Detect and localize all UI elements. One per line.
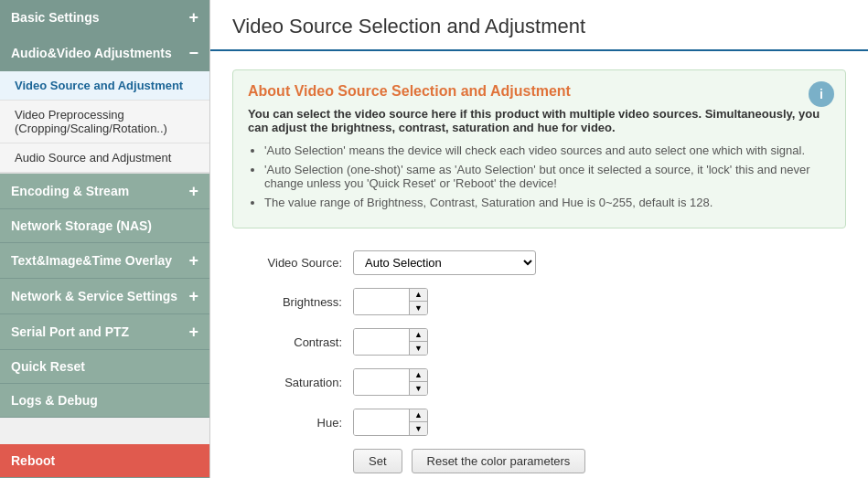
sidebar-label-quick-reset: Quick Reset <box>11 359 85 374</box>
sidebar-subitem-video-preprocessing[interactable]: Video Preprocessing (Cropping/Scaling/Ro… <box>0 101 209 143</box>
video-source-row: Video Source: Auto Selection Auto Select… <box>232 250 846 275</box>
main-body: i About Video Source Selection and Adjus… <box>210 51 868 478</box>
brightness-label: Brightness: <box>232 295 342 309</box>
sidebar-subitem-audio-source[interactable]: Audio Source and Adjustment <box>0 143 209 173</box>
sidebar-item-network-service[interactable]: Network & Service Settings + <box>0 279 209 314</box>
contrast-row: Contrast: 128 ▲ ▼ <box>232 328 846 356</box>
contrast-down-button[interactable]: ▼ <box>410 342 427 355</box>
hue-up-button[interactable]: ▲ <box>410 409 427 422</box>
plus-icon-text-image: + <box>188 252 198 269</box>
info-heading: About Video Source Selection and Adjustm… <box>248 83 830 100</box>
hue-input[interactable]: 128 <box>354 409 409 435</box>
page-title: Video Source Selection and Adjustment <box>232 15 846 38</box>
settings-form: Video Source: Auto Selection Auto Select… <box>232 250 846 473</box>
brightness-row: Brightness: 128 ▲ ▼ <box>232 288 846 315</box>
reset-color-button[interactable]: Reset the color parameters <box>412 449 586 473</box>
sidebar-subitem-video-source[interactable]: Video Source and Adjustment <box>0 71 209 101</box>
video-source-select[interactable]: Auto Selection Auto Selection (one-shot)… <box>353 250 536 275</box>
sidebar-label-encoding: Encoding & Stream <box>11 184 129 198</box>
sidebar-submenu-audio-video: Video Source and Adjustment Video Prepro… <box>0 71 209 174</box>
form-buttons: Set Reset the color parameters <box>232 449 846 473</box>
info-intro: You can select the video source here if … <box>248 107 830 134</box>
brightness-input[interactable]: 128 <box>354 289 409 314</box>
brightness-up-button[interactable]: ▲ <box>410 289 427 302</box>
sidebar-item-serial-port[interactable]: Serial Port and PTZ + <box>0 314 209 350</box>
hue-label: Hue: <box>232 416 342 430</box>
plus-icon-encoding: + <box>188 183 198 199</box>
main-content: Video Source Selection and Adjustment i … <box>210 0 868 478</box>
hue-row: Hue: 128 ▲ ▼ <box>232 409 846 436</box>
sidebar-item-text-image-time[interactable]: Text&Image&Time Overlay + <box>0 243 209 279</box>
saturation-down-button[interactable]: ▼ <box>410 382 427 395</box>
hue-down-button[interactable]: ▼ <box>410 422 427 435</box>
contrast-input[interactable]: 128 <box>354 329 409 355</box>
info-bullet-1: 'Auto Selection' means the device will c… <box>264 143 830 157</box>
hue-spinbox: 128 ▲ ▼ <box>353 409 428 436</box>
saturation-spin-buttons: ▲ ▼ <box>409 369 427 395</box>
page-header: Video Source Selection and Adjustment <box>210 0 868 51</box>
sidebar-item-quick-reset[interactable]: Quick Reset <box>0 350 209 384</box>
sidebar-item-logs-debug[interactable]: Logs & Debug <box>0 384 209 418</box>
contrast-spin-buttons: ▲ ▼ <box>409 329 427 355</box>
brightness-spin-buttons: ▲ ▼ <box>409 289 427 314</box>
sidebar-item-audio-video[interactable]: Audio&Video Adjustments − <box>0 36 209 71</box>
saturation-up-button[interactable]: ▲ <box>410 369 427 382</box>
sidebar-label-basic-settings: Basic Settings <box>11 10 99 25</box>
saturation-row: Saturation: 128 ▲ ▼ <box>232 368 846 396</box>
saturation-label: Saturation: <box>232 376 342 389</box>
info-bullet-2: 'Auto Selection (one-shot)' same as 'Aut… <box>264 163 830 190</box>
sidebar: Basic Settings + Audio&Video Adjustments… <box>0 0 210 478</box>
sidebar-label-network-service: Network & Service Settings <box>11 289 177 303</box>
sidebar-label-serial-port: Serial Port and PTZ <box>11 324 129 339</box>
sidebar-label-network-storage: Network Storage (NAS) <box>11 218 152 233</box>
contrast-up-button[interactable]: ▲ <box>410 329 427 342</box>
sidebar-label-logs-debug: Logs & Debug <box>11 393 98 408</box>
contrast-spinbox: 128 ▲ ▼ <box>353 328 428 356</box>
saturation-input[interactable]: 128 <box>354 369 409 395</box>
video-source-label: Video Source: <box>232 256 342 270</box>
saturation-spinbox: 128 ▲ ▼ <box>353 368 428 396</box>
plus-icon-basic: + <box>188 9 198 26</box>
info-icon: i <box>809 81 834 107</box>
set-button[interactable]: Set <box>353 449 402 473</box>
contrast-label: Contrast: <box>232 335 342 349</box>
info-bullet-3: The value range of Brightness, Contrast,… <box>264 196 830 209</box>
sidebar-item-basic-settings[interactable]: Basic Settings + <box>0 0 209 36</box>
sidebar-label-reboot: Reboot <box>11 453 55 468</box>
hue-spin-buttons: ▲ ▼ <box>409 409 427 435</box>
sidebar-item-network-storage[interactable]: Network Storage (NAS) <box>0 209 209 243</box>
plus-icon-serial: + <box>188 324 198 340</box>
sidebar-item-reboot[interactable]: Reboot <box>0 444 209 478</box>
brightness-down-button[interactable]: ▼ <box>410 302 427 314</box>
plus-icon-network-service: + <box>188 288 198 304</box>
sidebar-label-text-image: Text&Image&Time Overlay <box>11 253 172 268</box>
minus-icon-audio-video: − <box>188 45 198 61</box>
sidebar-label-audio-video: Audio&Video Adjustments <box>11 46 172 60</box>
info-box: i About Video Source Selection and Adjus… <box>232 69 846 228</box>
brightness-spinbox: 128 ▲ ▼ <box>353 288 428 315</box>
sidebar-item-encoding-stream[interactable]: Encoding & Stream + <box>0 174 209 209</box>
info-bullets: 'Auto Selection' means the device will c… <box>264 143 830 209</box>
